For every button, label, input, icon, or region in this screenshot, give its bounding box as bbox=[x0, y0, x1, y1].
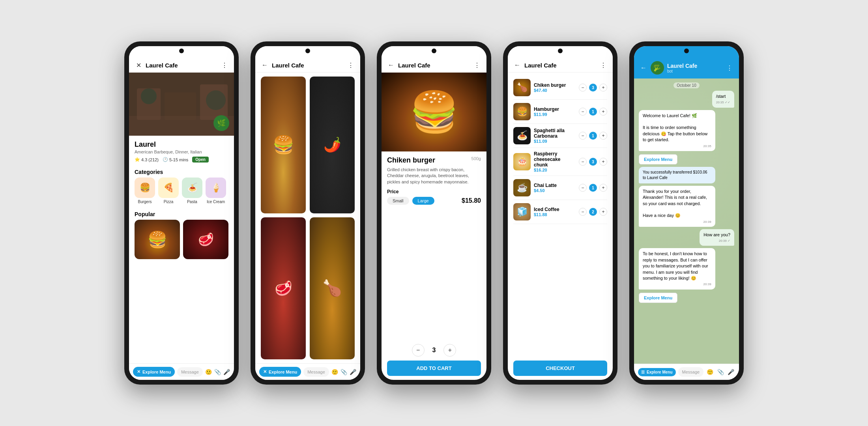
cart-chiken-qty: 3 bbox=[589, 84, 597, 92]
size-small-button[interactable]: Small bbox=[387, 197, 409, 205]
cart-cheesecake-name: Raspberry cheesecake chunk bbox=[534, 151, 576, 168]
back-icon-3[interactable]: ← bbox=[387, 61, 395, 69]
popular-title: Popular bbox=[129, 208, 234, 220]
cart-icedcoffee-plus[interactable]: + bbox=[599, 208, 607, 216]
mic-icon-5[interactable]: 🎤 bbox=[727, 367, 735, 377]
msg-sent-start: /start 20:35 ✓✓ bbox=[712, 91, 734, 108]
more-icon-1[interactable]: ⋮ bbox=[221, 61, 228, 69]
cart-hamburger-minus[interactable]: − bbox=[579, 108, 587, 116]
message-input-1[interactable]: Message bbox=[177, 367, 203, 377]
cart-chiken-price: $47.40 bbox=[534, 88, 576, 93]
cafe-open-badge: Open bbox=[192, 157, 209, 163]
jalapeno-img: 🌶️ bbox=[310, 77, 355, 213]
msg-received-welcome: Welcome to Laurel Cafe! 🌿It is time to o… bbox=[639, 110, 715, 151]
pork-img: 🥩 bbox=[261, 217, 306, 360]
category-burgers[interactable]: 🍔 Burgers bbox=[135, 178, 155, 204]
chat-bottom-bar: ☰ Explore Menu Message 🙂 📎 🎤 bbox=[634, 364, 739, 380]
cart-hamburger-plus[interactable]: + bbox=[599, 108, 607, 116]
screen-2: ← Laurel Cafe ⋮ 🍔 Hamburger From aged be… bbox=[255, 46, 360, 380]
qty-minus-button[interactable]: − bbox=[412, 344, 425, 357]
qty-plus-button[interactable]: + bbox=[443, 344, 456, 357]
category-icecream[interactable]: 🍦 Ice Cream bbox=[206, 178, 226, 204]
mic-icon-2[interactable]: 🎤 bbox=[350, 367, 356, 377]
burgers-icon-wrap: 🍔 bbox=[135, 178, 155, 198]
screen-4: ← Laurel Cafe ⋮ 🍗 Chiken burger $47.40 −… bbox=[508, 46, 613, 380]
icecream-icon-wrap: 🍦 bbox=[206, 178, 226, 198]
explore-menu-chat-button-1[interactable]: Explore Menu bbox=[639, 154, 677, 164]
screen-5: ← 🥦 Laurel Cafe bot ⋮ October 10 /start … bbox=[634, 46, 739, 380]
mic-icon-1[interactable]: 🎤 bbox=[223, 367, 230, 377]
back-icon-5[interactable]: ← bbox=[640, 64, 647, 72]
attach-icon-2[interactable]: 📎 bbox=[340, 367, 347, 377]
cart-spaghetti-img: 🍝 bbox=[513, 127, 531, 144]
cart-chiken-minus[interactable]: − bbox=[579, 84, 587, 92]
menu-card-hamburger[interactable]: 🍔 Hamburger From aged beef, with homemad… bbox=[261, 77, 306, 213]
cafe-badge: 🌿 bbox=[213, 115, 229, 131]
attach-icon-1[interactable]: 📎 bbox=[214, 367, 221, 377]
product-name: Chiken burger bbox=[387, 156, 435, 164]
more-icon-4[interactable]: ⋮ bbox=[599, 61, 607, 69]
msg-sent-how: How are you? 20:39 ✓ bbox=[700, 229, 734, 246]
message-input-2[interactable]: Message bbox=[303, 367, 329, 377]
cafe-meta: ⭐ 4.3 (212) 🕐 5-15 mins Open bbox=[135, 157, 228, 163]
menu-card-pork[interactable]: 🥩 Pulled pork smoked knee burger Pulled … bbox=[261, 217, 306, 360]
menu-card-chiken[interactable]: 🍗 Chiken burger Grilled chicken breast w… bbox=[310, 217, 355, 360]
price-value: $15.80 bbox=[462, 197, 481, 204]
cart-cheesecake-minus[interactable]: − bbox=[579, 158, 587, 166]
emoji-icon-5[interactable]: 🙂 bbox=[706, 367, 714, 377]
cart-chiken-plus[interactable]: + bbox=[599, 84, 607, 92]
size-large-button[interactable]: Large bbox=[412, 197, 434, 205]
pasta-label: Pasta bbox=[187, 200, 197, 204]
checkout-button[interactable]: CHECKOUT bbox=[513, 361, 607, 376]
cafe-rating: ⭐ 4.3 (212) bbox=[135, 157, 159, 162]
emoji-icon-2[interactable]: 🙂 bbox=[331, 367, 338, 377]
cart-icedcoffee-minus[interactable]: − bbox=[579, 208, 587, 216]
explore-menu-button-1[interactable]: ✕ Explore Menu bbox=[133, 367, 175, 377]
cart-spaghetti-minus[interactable]: − bbox=[579, 132, 587, 140]
cart-latte-price: $4.50 bbox=[534, 188, 576, 193]
pasta-icon-wrap: 🍝 bbox=[182, 178, 202, 198]
chat-messages: October 10 /start 20:35 ✓✓ Welcome to La… bbox=[634, 78, 739, 364]
cart-icedcoffee-qty: 2 bbox=[589, 208, 597, 216]
category-pizza[interactable]: 🍕 Pizza bbox=[158, 178, 179, 204]
phone-3: ← Laurel Cafe ⋮ 🍔 Chiken burger 500g Gri… bbox=[377, 41, 491, 385]
cafe-time: 🕐 5-15 mins bbox=[163, 157, 188, 162]
chat-name: Laurel Cafe bbox=[667, 63, 722, 69]
more-icon-2[interactable]: ⋮ bbox=[347, 61, 355, 69]
camera-5 bbox=[684, 49, 689, 53]
popular-item-2[interactable]: 🥩 bbox=[183, 220, 228, 259]
cafe-hero: 🌿 bbox=[129, 73, 234, 136]
cart-item-cheesecake: 🎂 Raspberry cheesecake chunk $16.20 − 3 … bbox=[513, 148, 607, 176]
close-icon[interactable]: ✕ bbox=[135, 61, 142, 69]
chat-title-wrap: Laurel Cafe bot bbox=[667, 63, 722, 73]
cart-latte-plus[interactable]: + bbox=[599, 184, 607, 192]
popular-item-1[interactable]: 🍔 bbox=[135, 220, 180, 259]
category-pasta[interactable]: 🍝 Pasta bbox=[182, 178, 202, 204]
cart-chiken-img: 🍗 bbox=[513, 79, 531, 96]
pizza-icon-wrap: 🍕 bbox=[158, 178, 179, 198]
cart-cheesecake-img: 🎂 bbox=[513, 153, 531, 170]
cart-spaghetti-plus[interactable]: + bbox=[599, 132, 607, 140]
explore-menu-chat-button-2[interactable]: Explore Menu bbox=[639, 293, 677, 303]
explore-btn-icon: ☰ bbox=[641, 370, 645, 374]
explore-menu-button-2[interactable]: ✕ Explore Menu bbox=[259, 367, 301, 377]
cart-cheesecake-info: Raspberry cheesecake chunk $16.20 bbox=[534, 151, 576, 172]
phone-1: ✕ Laurel Cafe ⋮ 🌿 Laurel American Barbeq… bbox=[124, 41, 239, 385]
back-icon-2[interactable]: ← bbox=[261, 61, 269, 69]
add-to-cart-button[interactable]: ADD TO CART bbox=[387, 361, 481, 376]
cart-hamburger-img: 🍔 bbox=[513, 103, 531, 120]
camera-3 bbox=[432, 49, 436, 53]
explore-menu-button-5[interactable]: ☰ Explore Menu bbox=[638, 368, 676, 376]
topbar-title-2: Laurel Cafe bbox=[272, 62, 344, 69]
cart-hamburger-controls: − 1 + bbox=[579, 108, 607, 116]
more-icon-3[interactable]: ⋮ bbox=[473, 61, 481, 69]
cart-cheesecake-plus[interactable]: + bbox=[599, 158, 607, 166]
message-input-5[interactable]: Message bbox=[678, 367, 704, 377]
emoji-icon-1[interactable]: 🙂 bbox=[205, 367, 212, 377]
menu-card-jalapeno[interactable]: 🌶️ Jalapeno & Habanero burger From aged … bbox=[310, 77, 355, 213]
msg-received-thanks: Thank you for your order, Alexander! Thi… bbox=[639, 186, 715, 227]
chat-more-icon[interactable]: ⋮ bbox=[726, 64, 733, 72]
cart-latte-minus[interactable]: − bbox=[579, 184, 587, 192]
attach-icon-5[interactable]: 📎 bbox=[716, 367, 725, 377]
back-icon-4[interactable]: ← bbox=[513, 61, 521, 69]
